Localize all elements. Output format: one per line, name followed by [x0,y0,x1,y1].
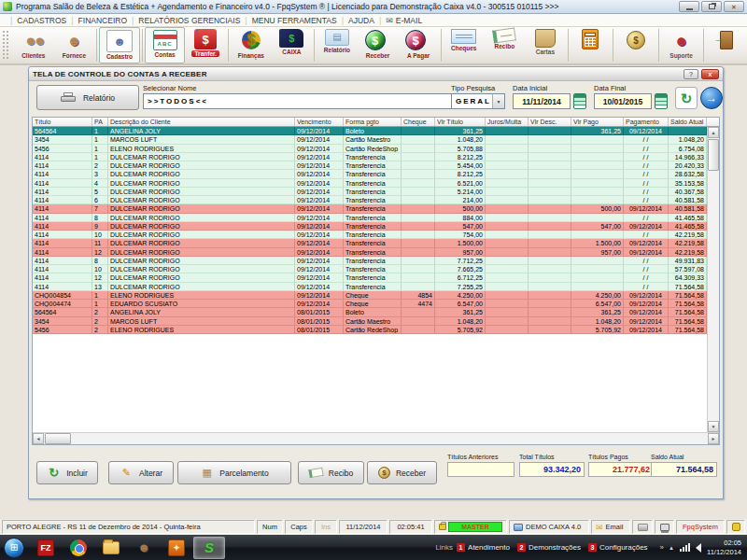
toolbar-cheques-button[interactable]: Cheques [444,27,485,63]
toolbar-caixa-button[interactable]: $CAIXA [272,27,313,63]
vertical-scrollbar[interactable]: ▲ ▼ [707,127,719,432]
column-header-cheque[interactable]: Cheque [402,118,435,126]
calendar-icon[interactable] [573,93,586,109]
toolbar-a-pagar-button[interactable]: $A Pagar [398,27,439,63]
table-row[interactable]: CHQ0044741EDUARDO SCUSIATO09/12/2014Cheq… [33,300,719,308]
column-header-descricao-do-cliente[interactable]: Descrição do Cliente [108,118,295,126]
table-row[interactable]: 411410DULCEMAR RODRIGO09/12/2014Transfer… [33,231,719,239]
toolbar-tranfer-button[interactable]: ↑$↓Tranfer. [185,27,226,63]
table-row[interactable]: 41145DULCEMAR RODRIGO09/12/2014Transfere… [33,188,719,196]
status-printer[interactable] [632,520,653,534]
scroll-left-icon[interactable]: ◄ [33,433,44,444]
column-header-forma-pgto[interactable]: Forma pgto [344,118,402,126]
toolbar-coin-button[interactable]: $ [615,27,656,63]
date-start-input[interactable]: 11/11/2014 [513,93,571,109]
close-button[interactable]: ✕ [724,1,744,12]
report-button[interactable]: Relatório [36,85,139,110]
network-icon[interactable] [680,543,690,552]
toolbar-contas-button[interactable]: ABCContas [145,27,186,63]
go-button[interactable]: → [700,87,723,109]
parcelamento-button[interactable]: ▦Parcelamento [177,461,291,484]
taskbar-clock[interactable]: 02:0511/12/2014 [707,539,741,557]
toolbar-calculator-button[interactable] [571,27,612,63]
tray-expand-icon[interactable]: ▲ [669,545,674,551]
table-row[interactable]: 41143DULCEMAR RODRIGO09/12/2014Transfere… [33,170,719,178]
menu-item-cadastros[interactable]: CADASTROS [17,16,66,25]
alterar-button[interactable]: ✎Alterar [108,461,174,484]
scroll-down-icon[interactable]: ▼ [708,421,719,432]
table-row[interactable]: 41149DULCEMAR RODRIGO09/12/2014Transfere… [33,222,719,231]
search-type-combobox[interactable]: GERAL ▼ [451,93,505,109]
volume-icon[interactable] [696,543,701,553]
status-email[interactable]: ✉Email [591,520,630,534]
table-row[interactable]: CHQ0048541ELENO RODRIGUES09/12/2014Chequ… [33,291,719,300]
table-row[interactable]: 41148DULCEMAR RODRIGO09/12/2014Transfere… [33,257,719,265]
table-row[interactable]: 41148DULCEMAR RODRIGO09/12/2014Transfere… [33,214,719,222]
taskbar-chrome-button[interactable] [63,537,94,559]
toolbar-financas-button[interactable]: $Finanças [231,27,272,63]
menu-item-financeiro[interactable]: FINANCEIRO [78,16,127,25]
column-header-titulo[interactable]: Título [33,118,92,126]
taskbar-salon-app-button[interactable]: S [193,537,225,559]
menu-item-ajuda[interactable]: AJUDA [348,16,374,25]
column-header-pagamento[interactable]: Pagamento [624,118,669,126]
toolbar-recibo-button[interactable]: Recibo [485,27,526,63]
scroll-up-icon[interactable]: ▲ [708,127,719,138]
toolbar-suporte-button[interactable]: ☻Suporte [661,27,702,63]
toolbar-cartas-button[interactable]: Cartas [525,27,566,63]
overflow-chevron-icon[interactable]: » [660,543,664,552]
table-row[interactable]: 411412DULCEMAR RODRIGO09/12/2014Transfer… [33,248,719,257]
recibo-button[interactable]: Recibo [298,461,364,484]
menu-item-menu-ferramentas[interactable]: MENU FERRAMENTAS [252,16,337,25]
toolbar-receber-button[interactable]: $Receber [358,27,399,63]
table-row[interactable]: 411413DULCEMAR RODRIGO09/12/2014Transfer… [33,283,719,291]
incluir-button[interactable]: ↻Incluir [36,461,98,484]
toolbar-exit-button[interactable]: → [706,27,747,63]
minimize-button[interactable] [679,1,699,12]
table-row[interactable]: 41146DULCEMAR RODRIGO09/12/2014Transfere… [33,196,719,204]
table-row[interactable]: 34542MARCOS LUFT08/01/2015Cartão Maestro… [33,317,719,326]
taskbar-shield-app-button[interactable]: ✦ [161,537,192,559]
toolbar-relatorio-button[interactable]: ▤Relatório [317,27,358,63]
scroll-right-icon[interactable]: ► [708,433,719,444]
column-header-vencimento[interactable]: Vencimento [295,118,344,126]
menu-item-e-mail[interactable]: ✉E-MAIL [386,16,422,25]
select-name-combobox[interactable]: >>TODOS<< ▼ [143,93,477,109]
toolbar-fornece-button[interactable]: ☻Fornece [54,27,95,63]
table-row[interactable]: 41141DULCEMAR RODRIGO09/12/2014Transfere… [33,153,719,161]
column-header-juros-multa[interactable]: Juros/Multa [486,118,529,126]
calendar-icon[interactable] [655,93,668,109]
start-button[interactable]: ⊞ [4,538,24,558]
table-row[interactable]: 41144DULCEMAR RODRIGO09/12/2014Transfere… [33,179,719,188]
column-header-pa[interactable]: PA [92,118,108,126]
taskbar-link-configuracoes[interactable]: 3Configurações [588,543,648,552]
table-row[interactable]: 34541MARCOS LUFT09/12/2014Cartão Maestro… [33,135,719,144]
table-row[interactable]: 411412DULCEMAR RODRIGO09/12/2014Transfer… [33,273,719,282]
table-row[interactable]: 5645642ANGELINA JOLY08/01/2015Boleto361,… [33,308,719,316]
status-terminal[interactable] [655,520,674,534]
column-header-vlr-desc[interactable]: Vlr Desc. [529,118,571,126]
toolbar-clientes-button[interactable]: ☻☻Clientes [13,27,54,63]
table-row[interactable]: 54561ELENO RODRIGUES09/12/2014Cartão Red… [33,145,719,153]
chevron-down-icon[interactable]: ▼ [492,94,504,108]
column-header-vlr-pago[interactable]: Vlr Pago [571,118,624,126]
taskbar-explorer-button[interactable] [95,537,127,559]
horizontal-scrollbar[interactable]: ◄ ► [33,432,719,444]
vscroll-thumb[interactable] [708,139,719,171]
refresh-button[interactable]: ↻ [675,87,698,109]
taskbar-link-demonstracoes[interactable]: 2Demonstrações [517,543,581,552]
column-header-vlr-titulo[interactable]: Vlr Título [435,118,486,126]
table-row[interactable]: 41142DULCEMAR RODRIGO09/12/2014Transfere… [33,161,719,170]
restore-button[interactable] [701,1,722,12]
panel-help-button[interactable]: ? [684,69,698,79]
table-row[interactable]: 411411DULCEMAR RODRIGO09/12/2014Transfer… [33,239,719,247]
hscroll-thumb[interactable] [45,433,71,444]
date-end-input[interactable]: 10/01/2015 [594,93,652,109]
table-row[interactable]: 54562ELENO RODRIGUES08/01/2015Cartão Red… [33,326,719,334]
taskbar-app-button[interactable]: ☻ [128,537,160,559]
column-header-saldo-atual[interactable]: Saldo Atual [669,118,707,126]
table-row[interactable]: 41147DULCEMAR RODRIGO09/12/2014Transfere… [33,204,719,213]
menu-item-relatorios-gerenciais[interactable]: RELATÓRIOS GERENCIAIS [138,16,240,25]
receber-button[interactable]: $Receber [367,461,437,484]
status-key[interactable] [726,520,745,534]
